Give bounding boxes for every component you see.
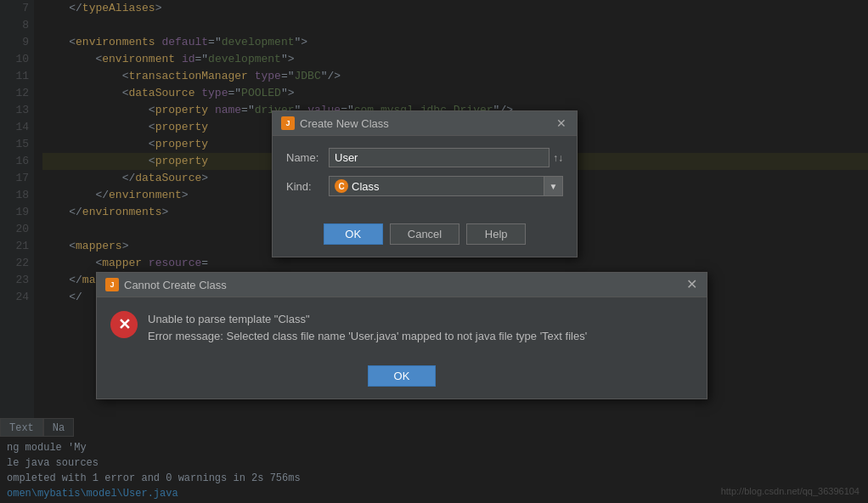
create-dialog-body: Name: ↑↓ Kind: C Class ▼ xyxy=(273,136,577,217)
create-cancel-button[interactable]: Cancel xyxy=(390,223,459,245)
create-dialog-titlebar: J Create New Class ✕ xyxy=(273,111,577,136)
error-dialog-title: Cannot Create Class xyxy=(124,279,227,291)
error-icon-circle: ✕ xyxy=(110,311,138,338)
create-dialog-title: Create New Class xyxy=(300,117,389,130)
create-dialog-buttons: OK Cancel Help xyxy=(273,217,577,257)
kind-label: Kind: xyxy=(286,180,329,193)
create-help-button[interactable]: Help xyxy=(466,223,526,245)
dialog-java-icon: J xyxy=(281,116,295,130)
error-message-line2: Error message: Selected class file name … xyxy=(148,328,693,345)
error-dialog-titlebar: J Cannot Create Class ✕ xyxy=(97,273,707,297)
kind-dropdown[interactable]: C Class ▼ xyxy=(329,176,563,196)
error-dialog-body: ✕ Unable to parse template "Class" Error… xyxy=(97,297,707,359)
create-class-dialog: J Create New Class ✕ Name: ↑↓ Kind: C Cl… xyxy=(272,110,578,257)
error-dialog: J Cannot Create Class ✕ ✕ Unable to pars… xyxy=(96,272,707,399)
create-dialog-close-button[interactable]: ✕ xyxy=(555,116,568,130)
kind-dropdown-arrow[interactable]: ▼ xyxy=(544,177,562,195)
error-dialog-close-button[interactable]: ✕ xyxy=(685,278,698,291)
kind-row: Kind: C Class ▼ xyxy=(286,176,563,196)
name-input[interactable] xyxy=(329,148,550,167)
error-icon-container: ✕ xyxy=(110,311,138,338)
error-messages: Unable to parse template "Class" Error m… xyxy=(148,311,693,345)
create-ok-button[interactable]: OK xyxy=(324,223,383,245)
kind-text: Class xyxy=(352,180,380,193)
error-ok-button[interactable]: OK xyxy=(368,365,436,387)
error-message-line1: Unable to parse template "Class" xyxy=(148,311,693,328)
name-row: Name: ↑↓ xyxy=(286,148,563,167)
name-label: Name: xyxy=(286,151,329,164)
sort-icons[interactable]: ↑↓ xyxy=(553,152,563,164)
error-dialog-java-icon: J xyxy=(105,278,119,291)
error-dialog-footer: OK xyxy=(97,359,707,398)
kind-class-icon: C xyxy=(335,179,348,193)
